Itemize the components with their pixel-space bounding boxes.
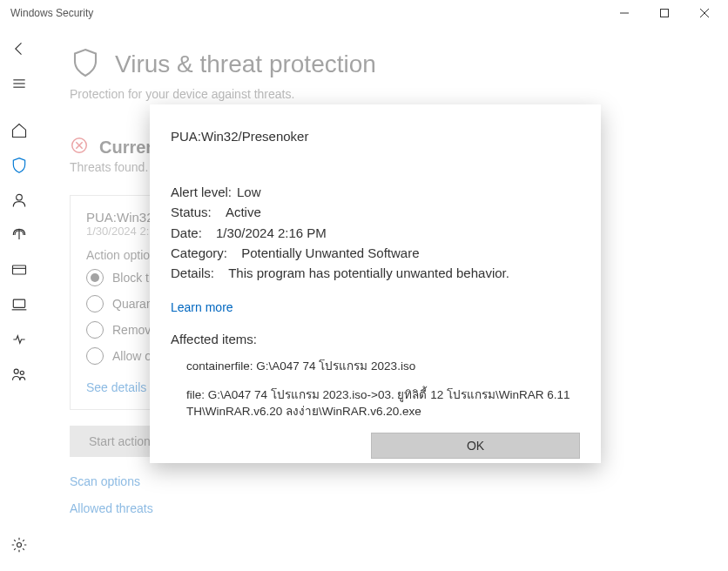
learn-more-link[interactable]: Learn more <box>171 300 580 314</box>
svg-point-7 <box>17 194 23 200</box>
svg-point-13 <box>14 369 18 373</box>
sidebar-item-virus[interactable] <box>0 150 38 185</box>
details-label: Details: <box>171 263 214 283</box>
sidebar-item-home[interactable] <box>0 115 38 150</box>
svg-point-14 <box>20 371 24 374</box>
threat-icon <box>70 136 89 158</box>
shield-icon <box>70 47 101 82</box>
scan-options-link[interactable]: Scan options <box>70 474 697 488</box>
see-details-link[interactable]: See details <box>86 380 146 394</box>
svg-rect-11 <box>13 299 24 307</box>
radio-icon <box>86 321 104 339</box>
sidebar-item-device-security[interactable] <box>0 289 38 324</box>
threat-details-dialog: PUA:Win32/Presenoker Alert level: Low St… <box>150 104 601 463</box>
status-label: Status: <box>171 202 212 222</box>
svg-rect-9 <box>13 265 26 274</box>
radio-icon <box>86 295 104 312</box>
ok-button[interactable]: OK <box>371 433 580 459</box>
status-value: Active <box>226 202 261 222</box>
affected-items-title: Affected items: <box>171 332 580 346</box>
affected-item: containerfile: G:\A047 74 โปรแกรม 2023.i… <box>186 359 580 375</box>
date-label: Date: <box>171 223 202 243</box>
category-value: Potentially Unwanted Software <box>241 243 419 263</box>
window-title: Windows Security <box>10 7 604 19</box>
menu-button[interactable] <box>0 68 38 103</box>
page-title: Virus & threat protection <box>115 50 376 78</box>
alert-level-label: Alert level: <box>171 182 232 202</box>
dialog-title: PUA:Win32/Presenoker <box>171 129 580 144</box>
svg-rect-1 <box>661 10 669 17</box>
alert-level-value: Low <box>237 182 261 202</box>
sidebar-item-settings[interactable] <box>0 529 38 564</box>
title-bar: Windows Security <box>0 0 728 26</box>
sidebar-item-firewall[interactable] <box>0 219 38 254</box>
page-subtitle: Protection for your device against threa… <box>70 87 697 101</box>
close-button[interactable] <box>684 0 725 26</box>
radio-icon <box>86 347 104 365</box>
allowed-threats-link[interactable]: Allowed threats <box>70 501 153 515</box>
radio-icon <box>86 269 104 286</box>
maximize-button[interactable] <box>644 0 684 26</box>
back-button[interactable] <box>0 33 38 68</box>
sidebar <box>0 26 38 571</box>
affected-item: file: G:\A047 74 โปรแกรม 2023.iso->03. ย… <box>186 387 580 420</box>
category-label: Category: <box>171 243 227 263</box>
svg-point-15 <box>17 543 22 547</box>
date-value: 1/30/2024 2:16 PM <box>216 223 327 243</box>
sidebar-item-device-health[interactable] <box>0 324 38 359</box>
sidebar-item-app-browser[interactable] <box>0 254 38 289</box>
window-controls <box>604 0 725 26</box>
minimize-button[interactable] <box>604 0 644 26</box>
details-value: This program has potentially unwanted be… <box>228 263 509 283</box>
sidebar-item-family[interactable] <box>0 359 38 393</box>
sidebar-item-account[interactable] <box>0 185 38 219</box>
dialog-body: Alert level: Low Status: Active Date: 1/… <box>171 182 580 283</box>
